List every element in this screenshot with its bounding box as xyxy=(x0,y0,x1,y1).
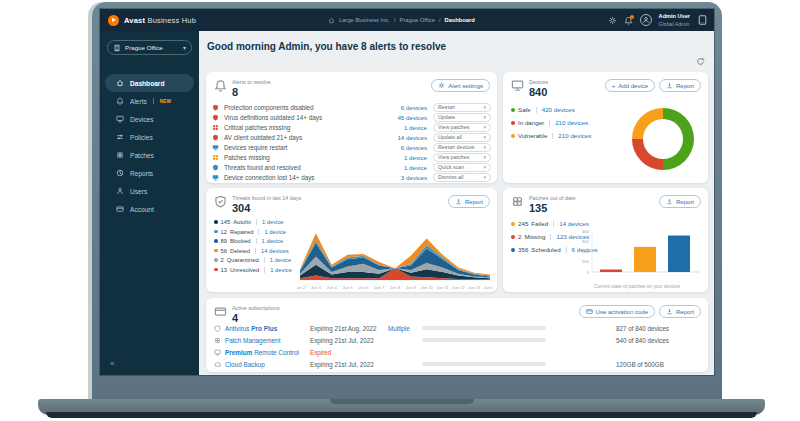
chevron-down-icon: ▾ xyxy=(483,154,486,160)
monitor-icon xyxy=(511,79,524,92)
svg-text:Jun 13: Jun 13 xyxy=(468,285,481,290)
devices-link[interactable]: 1 device xyxy=(270,267,292,273)
help-device-icon[interactable] xyxy=(697,14,708,26)
divider xyxy=(536,107,537,113)
breadcrumb-item[interactable]: Large Business Inc. xyxy=(339,17,390,23)
legend-dot xyxy=(511,248,515,252)
svg-text:Jun 9: Jun 9 xyxy=(406,285,417,290)
devices-link[interactable]: 14 devices xyxy=(261,248,289,254)
divider xyxy=(153,98,154,104)
devices-link[interactable]: 1 device xyxy=(381,164,433,171)
action-dropdown[interactable]: Quick scan▾ xyxy=(433,163,491,172)
sidebar-item-devices[interactable]: Devices xyxy=(105,110,194,128)
legend-item: 12Repaired 1 device xyxy=(214,229,292,235)
subscription-name[interactable]: Premium Remote Control xyxy=(214,349,310,356)
report-button[interactable]: Report xyxy=(448,195,490,208)
download-icon xyxy=(666,198,673,205)
devices-link[interactable]: 14 devices xyxy=(559,220,589,227)
legend-item: 2Quarantined 1 device xyxy=(214,257,292,263)
devices-link[interactable]: 1 device xyxy=(381,154,433,161)
legend-dot xyxy=(511,222,515,226)
monitor-icon xyxy=(116,115,124,123)
sidebar-item-account[interactable]: Account xyxy=(105,200,194,218)
action-dropdown[interactable]: Update all▾ xyxy=(433,133,491,142)
subscription-name[interactable]: Antivirus Pro Plus xyxy=(214,325,310,332)
devices-link[interactable]: 1 device xyxy=(270,257,292,263)
notifications-button[interactable] xyxy=(624,16,633,25)
legend-item: 56Deleted 14 devices xyxy=(214,248,292,254)
sidebar-item-patches[interactable]: Patches xyxy=(105,146,194,164)
sliders-icon xyxy=(116,133,124,141)
sidebar-item-alerts[interactable]: Alerts NEW xyxy=(105,92,194,110)
divider xyxy=(550,234,551,240)
devices-link[interactable]: 6 devices xyxy=(381,144,433,151)
card-count: 304 xyxy=(232,202,301,214)
sidebar-item-users[interactable]: Users xyxy=(105,182,194,200)
chevron-down-icon: ▾ xyxy=(483,114,486,120)
legend-dot xyxy=(511,108,515,112)
avatar[interactable] xyxy=(640,14,652,26)
action-dropdown[interactable]: Update▾ xyxy=(433,113,491,122)
action-dropdown[interactable]: View patches▾ xyxy=(433,153,491,162)
devices-link[interactable]: 1 device xyxy=(381,124,433,131)
refresh-icon[interactable] xyxy=(696,57,705,66)
app-screen: Avast Business Hub Large Business Inc. /… xyxy=(100,9,714,375)
breadcrumb-item[interactable]: Prague Office xyxy=(400,17,435,23)
devices-link[interactable]: 6 devices xyxy=(381,104,433,111)
subscription-name[interactable]: Cloud Backup xyxy=(214,361,310,368)
legend-item: Vulnerable 210 devices xyxy=(511,132,591,139)
subscription-name[interactable]: Patch Management xyxy=(214,337,310,344)
patches-icon xyxy=(511,195,524,208)
monitor-icon xyxy=(212,174,219,181)
devices-link[interactable]: 210 devices xyxy=(558,132,591,139)
sidebar-collapse-button[interactable]: « xyxy=(110,359,114,368)
use-activation-code-button[interactable]: Use activation code xyxy=(579,305,655,318)
subscription-row: Premium Remote Control Expired xyxy=(214,346,700,358)
action-dropdown[interactable]: Dismiss all▾ xyxy=(433,173,491,182)
action-dropdown[interactable]: Restart devices▾ xyxy=(433,143,491,152)
threats-area-chart: Jun 2Jun 3Jun 4Jun 5Jun 6Jun 7Jun 8Jun 9… xyxy=(297,224,493,290)
alerts-list: Protection components disabled 6 devices… xyxy=(212,102,491,182)
shield-check-icon xyxy=(214,195,227,208)
office-selector[interactable]: Prague Office ▾ xyxy=(107,40,192,55)
action-dropdown[interactable]: View patches▾ xyxy=(433,123,491,132)
multiple-link[interactable]: Multiple xyxy=(388,325,422,332)
devices-link[interactable]: 1 device xyxy=(264,229,286,235)
sidebar-item-reports[interactable]: Reports xyxy=(105,164,194,182)
alert-row: Devices require restart 6 devices Restar… xyxy=(212,142,491,152)
shield-alert-icon xyxy=(212,114,219,121)
report-button[interactable]: Report xyxy=(659,305,701,318)
laptop-notch xyxy=(330,399,474,404)
patches-icon xyxy=(116,151,124,159)
threats-legend: 145Autofix 1 device 12Repaired 1 device … xyxy=(214,219,292,273)
patches-bar-chart: 4003002001000 xyxy=(576,228,702,280)
report-button[interactable]: Report xyxy=(659,79,701,92)
avast-logo-icon xyxy=(108,15,119,26)
sidebar-item-dashboard[interactable]: Dashboard xyxy=(105,74,194,92)
legend-item: Safe 420 devices xyxy=(511,106,591,113)
user-info[interactable]: Admin User Global Admin xyxy=(659,13,690,27)
add-device-button[interactable]: +Add device xyxy=(605,79,655,92)
alert-row: Device connection lost 14+ days 3 device… xyxy=(212,172,491,182)
alert-settings-button[interactable]: Alert settings xyxy=(431,79,490,92)
legend-dot xyxy=(511,121,515,125)
devices-link[interactable]: 3 devices xyxy=(381,174,433,181)
chart-caption: Current state of patches on your devices xyxy=(571,284,703,289)
devices-link[interactable]: 1 device xyxy=(262,219,284,225)
devices-link[interactable]: 420 devices xyxy=(542,106,575,113)
legend-dot xyxy=(214,268,218,272)
svg-text:Jun 6: Jun 6 xyxy=(358,285,369,290)
report-button[interactable]: Report xyxy=(659,195,701,208)
usage-text: 120GB of 500GB xyxy=(546,361,700,368)
action-dropdown[interactable]: Restart▾ xyxy=(433,103,491,112)
devices-link[interactable]: 14 devices xyxy=(381,134,433,141)
patches-icon xyxy=(214,337,221,344)
legend-dot xyxy=(214,220,218,224)
gear-icon[interactable] xyxy=(608,16,617,25)
svg-text:Jun 11: Jun 11 xyxy=(436,285,449,290)
sidebar-item-policies[interactable]: Policies xyxy=(105,128,194,146)
devices-link[interactable]: 45 devices xyxy=(381,114,433,121)
legend-dot xyxy=(214,249,218,253)
devices-link[interactable]: 1 device xyxy=(262,238,284,244)
devices-link[interactable]: 210 devices xyxy=(555,119,588,126)
